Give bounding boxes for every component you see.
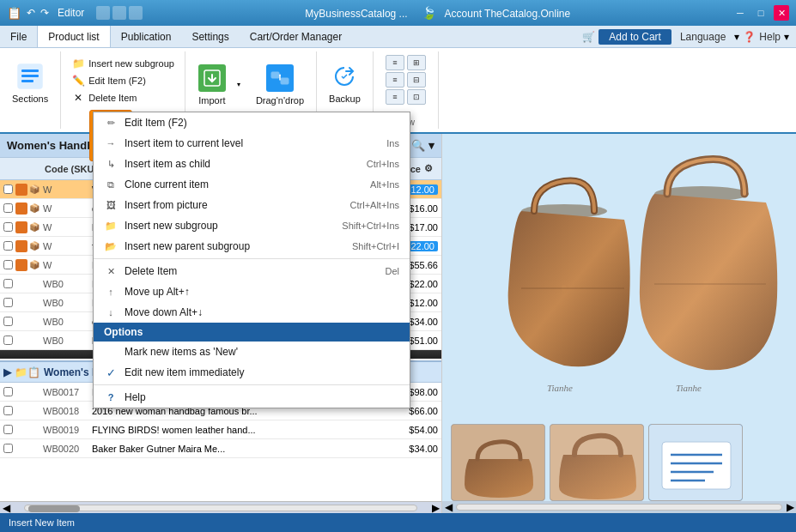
- svg-rect-21: [662, 442, 731, 489]
- row-check-input[interactable]: [3, 279, 13, 288]
- view-btn-4[interactable]: ⊟: [407, 72, 426, 88]
- dragndrop-button[interactable]: Drag'n'drop: [249, 55, 311, 115]
- scroll-right-btn[interactable]: ▶: [429, 502, 441, 514]
- row-checkbox[interactable]: [0, 387, 15, 396]
- thumbnail-1[interactable]: [451, 424, 545, 501]
- row-checkbox[interactable]: [0, 298, 15, 307]
- add-to-cart-button[interactable]: Add to Cart: [599, 29, 671, 45]
- row-checkbox[interactable]: [0, 184, 15, 194]
- delete-item-button[interactable]: ✕ Delete Item: [66, 89, 142, 106]
- help-label[interactable]: Help: [759, 31, 781, 43]
- status-bar: Insert New Item: [0, 513, 796, 532]
- row-check-input[interactable]: [3, 184, 13, 194]
- row-check-input[interactable]: [3, 336, 13, 345]
- row-color-indicator: [15, 221, 27, 233]
- row-check-input[interactable]: [3, 222, 13, 232]
- row-checkbox[interactable]: [0, 425, 15, 434]
- ctx-help[interactable]: ? Help: [94, 387, 410, 408]
- view-btn-1[interactable]: ≡: [386, 55, 404, 70]
- row-check-input[interactable]: [3, 241, 13, 251]
- table-row[interactable]: WB0020 Baker Baker Gutner Maira Me... $3…: [0, 439, 441, 458]
- title-bar-left: 📋 ↶ ↷ Editor: [7, 6, 143, 20]
- close-button[interactable]: ✕: [774, 5, 789, 21]
- view-btn-2[interactable]: ⊞: [407, 55, 426, 70]
- thumbnail-3[interactable]: [648, 424, 743, 501]
- menu-cart[interactable]: Cart/Order Manager: [240, 26, 352, 47]
- horizontal-scrollbar[interactable]: ◀ ▶: [0, 501, 441, 513]
- row-check-input[interactable]: [3, 425, 13, 434]
- language-label[interactable]: Language: [675, 31, 731, 43]
- insert-new-subgroup-button[interactable]: 📁 Insert new subgroup: [66, 55, 179, 72]
- sections-button[interactable]: Sections: [5, 53, 55, 113]
- edit-item-button[interactable]: ✏️ Edit Item (F2): [66, 72, 158, 89]
- ctx-help-icon: ?: [104, 390, 118, 404]
- menu-publication[interactable]: Publication: [111, 26, 182, 47]
- row-checkbox[interactable]: [0, 260, 15, 269]
- right-scroll-track[interactable]: [456, 504, 782, 511]
- maximize-button[interactable]: □: [753, 5, 769, 21]
- ctx-insert-parent-sub[interactable]: 📂 Insert new parent subgroup Shift+Ctrl+…: [94, 236, 410, 257]
- ctx-move-up[interactable]: ↑ Move up Alt+↑: [94, 281, 410, 302]
- ctx-clone[interactable]: ⧉ Clone current item Alt+Ins: [94, 174, 410, 195]
- row-check-input[interactable]: [3, 260, 13, 269]
- ctx-insert-subgroup[interactable]: 📁 Insert new subgroup Shift+Ctrl+Ins: [94, 215, 410, 236]
- undo-icon[interactable]: ↶: [27, 7, 35, 19]
- view-btn-3[interactable]: ≡: [386, 72, 404, 88]
- import-dropdown[interactable]: ▾: [237, 81, 246, 88]
- toolbar-print-icon[interactable]: [112, 6, 126, 20]
- row-check-input[interactable]: [3, 387, 13, 396]
- scroll-thumb[interactable]: [28, 505, 80, 512]
- context-menu: ✏ Edit Item (F2) → Insert item to curren…: [93, 112, 410, 408]
- redo-icon[interactable]: ↷: [40, 7, 49, 19]
- funnel-icon: ▾: [428, 139, 434, 152]
- row-checkbox[interactable]: [0, 241, 15, 251]
- minimize-button[interactable]: ─: [732, 5, 748, 21]
- row-check-input[interactable]: [3, 298, 13, 307]
- ctx-insert-from-pic[interactable]: 🖼 Insert from picture Ctrl+Alt+Ins: [94, 195, 410, 215]
- row-check-input[interactable]: [3, 444, 13, 453]
- ctx-mark-new[interactable]: Mark new items as 'New': [94, 342, 410, 362]
- menu-product-list[interactable]: Product list: [37, 26, 110, 47]
- svg-text:Tianhe: Tianhe: [547, 383, 573, 393]
- row-checkbox[interactable]: [0, 279, 15, 288]
- backup-button[interactable]: Backup: [322, 53, 368, 113]
- scroll-left-btn[interactable]: ◀: [0, 502, 12, 514]
- row-checkbox[interactable]: [0, 406, 15, 415]
- view-btn-6[interactable]: ⊡: [407, 89, 426, 105]
- row-check-input[interactable]: [3, 406, 13, 415]
- ctx-move-down[interactable]: ↓ Move down Alt+↓: [94, 302, 410, 323]
- ctx-parent-sub-icon: 📂: [104, 239, 118, 253]
- scroll-left-btn-right[interactable]: ◀: [442, 501, 454, 513]
- thumbnail-2[interactable]: [550, 424, 644, 501]
- svg-rect-1: [21, 70, 39, 72]
- row-checkbox[interactable]: [0, 317, 15, 326]
- dropdown-lang-icon[interactable]: ▾: [734, 31, 739, 43]
- ctx-delete-item[interactable]: ✕ Delete Item Del: [94, 261, 410, 281]
- title-bar: 📋 ↶ ↷ Editor MyBusinessCatalog ... 🍃 Acc…: [0, 0, 796, 26]
- view-btn-5[interactable]: ≡: [386, 89, 404, 105]
- ctx-insert-current[interactable]: → Insert item to current level Ins: [94, 133, 410, 154]
- scroll-right-btn-right[interactable]: ▶: [784, 501, 796, 513]
- table-row[interactable]: WB0019 FLYING BIRDS! women leather hand.…: [0, 420, 441, 439]
- menu-settings[interactable]: Settings: [181, 26, 239, 47]
- row-checkbox[interactable]: [0, 444, 15, 453]
- row-check-input[interactable]: [3, 203, 13, 213]
- toolbar-export-icon[interactable]: [129, 6, 143, 20]
- expand-icon[interactable]: ▶: [3, 366, 11, 378]
- ctx-edit-new[interactable]: ✓ Edit new item immediately: [94, 362, 410, 383]
- row-checkbox[interactable]: [0, 336, 15, 345]
- toolbar-save-icon[interactable]: [96, 6, 110, 20]
- row-checkbox[interactable]: [0, 203, 15, 213]
- row-checkbox[interactable]: [0, 222, 15, 232]
- menu-file[interactable]: File: [0, 26, 37, 47]
- status-text: Insert New Item: [9, 517, 75, 528]
- settings-col-header: ⚙: [424, 163, 441, 174]
- ctx-separator-2: [94, 384, 410, 385]
- row-check-input[interactable]: [3, 317, 13, 326]
- ctx-insert-child[interactable]: ↳ Insert item as child Ctrl+Ins: [94, 154, 410, 174]
- right-scroll-bottom[interactable]: ◀ ▶: [442, 501, 796, 513]
- ctx-edit-item[interactable]: ✏ Edit Item (F2): [94, 112, 410, 133]
- dropdown-help-icon[interactable]: ▾: [784, 31, 789, 43]
- scroll-track[interactable]: [24, 505, 417, 511]
- import-button[interactable]: Import: [191, 55, 234, 115]
